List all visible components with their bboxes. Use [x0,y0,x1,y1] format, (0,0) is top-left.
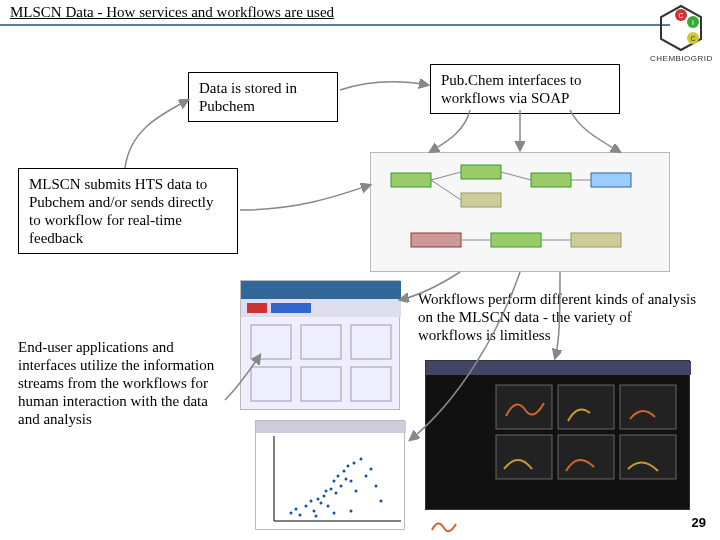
page-number: 29 [692,515,706,530]
connector-arrows [0,0,720,540]
